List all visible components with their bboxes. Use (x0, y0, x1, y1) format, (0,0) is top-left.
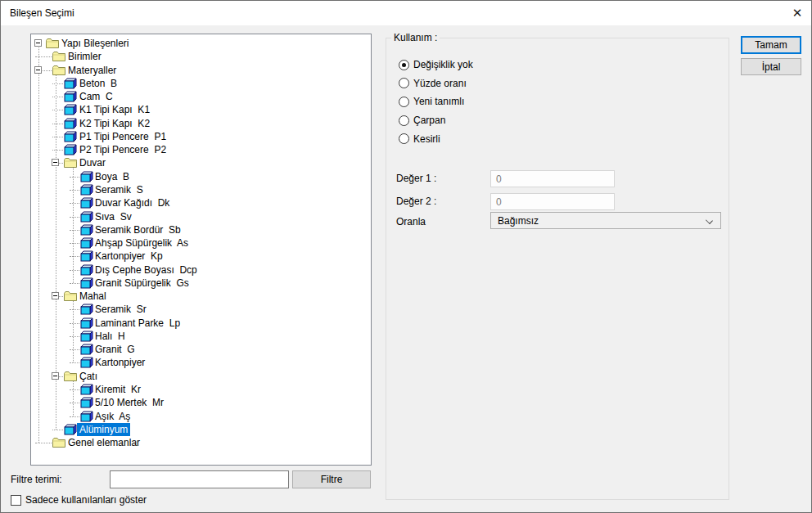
material-cube-icon (64, 131, 77, 142)
radio-label: Değişiklik yok (413, 59, 473, 70)
tree-item[interactable]: K1 Tipi Kapı K1 (79, 103, 150, 116)
tree-connector-stub (52, 124, 63, 124)
tree-item[interactable]: Seramik S (95, 183, 143, 196)
material-cube-icon (80, 171, 93, 182)
tree-connector-stub (70, 323, 79, 324)
tree-item[interactable]: Laminant Parke Lp (95, 317, 180, 330)
radio-label: Çarpan (413, 115, 445, 126)
tree-item[interactable]: Sıva Sv (95, 210, 132, 223)
material-cube-icon (80, 411, 93, 422)
folder-icon (64, 157, 77, 169)
filter-button[interactable]: Filtre (292, 470, 371, 488)
radio-2[interactable]: Yüzde oranı (399, 78, 467, 89)
radio-circle-icon (399, 78, 409, 88)
material-cube-icon (64, 144, 77, 155)
material-cube-icon (80, 397, 93, 408)
collapse-minus-button[interactable] (34, 39, 42, 47)
tree-connector-stub (52, 83, 63, 84)
radio-1[interactable]: Değişiklik yok (399, 59, 473, 70)
material-cube-icon (80, 224, 93, 236)
value-field-2 (490, 193, 615, 210)
tree-item[interactable]: P2 Tipi Pencere P2 (79, 143, 166, 156)
tree-item[interactable]: Çatı (79, 370, 97, 383)
collapse-minus-button[interactable] (52, 372, 59, 380)
radio-label: Yüzde oranı (413, 78, 467, 89)
cancel-button[interactable]: İptal (741, 58, 801, 75)
tree-item[interactable]: Granit Süpürgelik Gs (95, 277, 189, 290)
tree-item[interactable]: Seramik Bordür Sb (95, 223, 181, 236)
folder-icon (52, 437, 65, 448)
tree-item[interactable]: Duvar Kağıdı Dk (95, 196, 169, 209)
tree-connector-stub (70, 243, 79, 244)
close-button[interactable]: ✕ (783, 1, 811, 25)
tree-connector-stub (52, 137, 63, 137)
tree-item[interactable]: Boya B (95, 170, 129, 183)
show-only-used-checkbox[interactable] (11, 495, 21, 506)
tree-item[interactable]: K2 Tipi Kapı K2 (79, 117, 150, 130)
tree-item[interactable]: Dış Cephe Boyası Dcp (95, 263, 197, 277)
value-field-1 (490, 170, 615, 187)
tree-item[interactable]: Alüminyum (77, 423, 130, 436)
tree-connector-stub (70, 416, 79, 417)
tree-item[interactable]: Yapı Bileşenleri (61, 37, 129, 50)
tree-connector-stub (70, 389, 79, 390)
material-cube-icon (80, 250, 93, 262)
tree-connector-stub (70, 362, 79, 363)
tree-item[interactable]: Kartonpiyer (95, 356, 145, 369)
ok-button-label: Tamam (755, 39, 787, 51)
show-only-used-label: Sadece kullanılanları göster (25, 494, 147, 506)
material-cube-icon (64, 424, 77, 435)
filter-term-label: Filtre terimi: (11, 474, 62, 485)
material-cube-icon (80, 357, 93, 368)
filter-input[interactable] (110, 470, 289, 488)
tree-item[interactable]: Genel elemanlar (68, 436, 140, 449)
material-cube-icon (64, 78, 77, 89)
tree-connector-line (38, 47, 39, 443)
value-field-label-1: Değer 1 : (396, 172, 436, 185)
material-cube-icon (64, 118, 77, 129)
tree-item[interactable]: Duvar (79, 156, 106, 169)
tree-connector-stub (70, 203, 79, 204)
tree-connector-stub (52, 430, 63, 430)
tree-connector-stub (70, 270, 79, 271)
tree-item[interactable]: Cam C (79, 90, 113, 103)
tree-item[interactable]: Kiremit Kr (95, 383, 141, 396)
folder-icon (46, 38, 59, 49)
tree-connector-stub (52, 110, 63, 110)
ratio-dropdown[interactable]: Bağımsız (490, 212, 721, 229)
collapse-minus-button[interactable] (34, 66, 42, 74)
tree-item[interactable]: Materyaller (68, 64, 116, 77)
tree-item[interactable]: Mahal (79, 290, 106, 303)
ratio-dropdown-value: Bağımsız (498, 215, 539, 227)
tree-item[interactable]: Halı H (95, 330, 125, 343)
folder-icon (52, 65, 65, 76)
tree-item[interactable]: Granit G (95, 343, 135, 356)
tree-connector-stub (35, 56, 52, 57)
material-cube-icon (80, 277, 93, 289)
tree-item[interactable]: P1 Tipi Pencere P1 (79, 130, 166, 143)
tree-item[interactable]: Aşık Aş (95, 410, 130, 423)
close-icon: ✕ (792, 6, 803, 20)
material-cube-icon (80, 197, 93, 209)
ok-button[interactable]: Tamam (741, 36, 801, 54)
folder-icon (64, 371, 77, 382)
radio-label: Yeni tanımlı (413, 96, 464, 107)
tree-item[interactable]: Beton B (79, 77, 117, 90)
tree-item[interactable]: Ahşap Süpürgelik As (95, 236, 188, 250)
radio-circle-icon (399, 115, 409, 126)
radio-5[interactable]: Kesirli (399, 133, 440, 145)
component-tree: Yapı BileşenleriBirimlerMateryallerBeton… (30, 34, 372, 466)
collapse-minus-button[interactable] (52, 159, 59, 166)
tree-connector-stub (52, 150, 63, 151)
tree-item[interactable]: 5/10 Mertek Mr (95, 396, 164, 409)
radio-circle-icon (399, 133, 409, 144)
material-cube-icon (80, 211, 93, 223)
tree-item[interactable]: Birimler (68, 50, 102, 63)
tree-item[interactable]: Kartonpiyer Kp (95, 250, 163, 263)
tree-connector-stub (70, 349, 79, 350)
radio-4[interactable]: Çarpan (399, 115, 445, 126)
collapse-minus-button[interactable] (52, 292, 59, 299)
material-cube-icon (80, 304, 93, 315)
radio-3[interactable]: Yeni tanımlı (399, 96, 464, 107)
tree-item[interactable]: Seramik Sr (95, 303, 147, 316)
